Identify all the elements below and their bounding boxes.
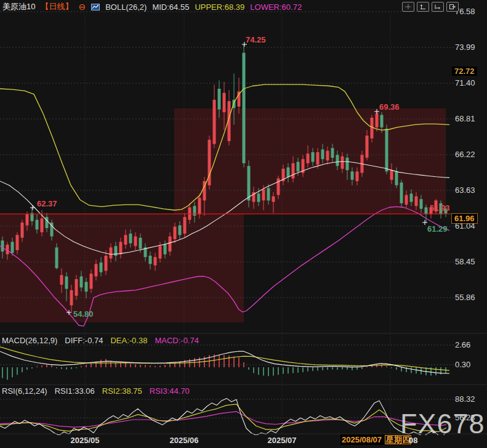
indicator-chart-icon[interactable] [91, 4, 100, 10]
price-axis-label: 55.86 [455, 293, 475, 302]
scale-up-icon[interactable] [417, 2, 429, 12]
marked-price-label: 72.72 [452, 67, 477, 76]
price-axis-label: 63.63 [455, 185, 475, 195]
period-tab[interactable]: 【日线】 [41, 1, 73, 12]
scale-right-icon[interactable] [432, 2, 444, 12]
rsi3-value: RSI3:44.70 [150, 386, 190, 396]
macd-name[interactable]: MACD(26,12,9) [2, 336, 57, 345]
boll-lower-value: LOWER:60.72 [250, 2, 302, 12]
price-axis-label: 73.99 [455, 43, 475, 52]
collapse-icon[interactable]: ⊖ [78, 3, 86, 10]
selected-weekday: 星期四 [385, 435, 411, 444]
rsi2-value: RSI2:38.75 [102, 386, 142, 396]
price-axis-label: 66.22 [455, 150, 475, 159]
boll-upper-value: UPPER:68.39 [195, 2, 244, 12]
selected-date-label: 2025/08/07 星期四 [340, 434, 413, 445]
chart-header-bar: 美原油10 【日线】 ⊖ BOLL(26,2) MID:64.55 UPPER:… [0, 0, 487, 13]
chart-toolbar [402, 2, 459, 12]
price-axis-label: 71.40 [455, 78, 475, 88]
macd-dea-value: DEA:-0.38 [110, 336, 147, 345]
macd-diff-value: DIFF:-0.74 [65, 336, 103, 345]
current-price-label: 61.96 [451, 213, 478, 224]
selected-date: 2025/08/07 [342, 435, 382, 444]
x-axis-label: 2025/07 [268, 436, 297, 445]
macd-header: MACD(26,12,9) DIFF:-0.74 DEA:-0.38 MACD:… [2, 336, 199, 345]
x-axis-label: 2025/05 [71, 436, 100, 445]
price-annotation: 74.25 [246, 35, 266, 44]
detach-panel-icon[interactable] [446, 2, 459, 12]
rsi1-value: RSI1:33.06 [55, 386, 95, 396]
boll-indicator-label[interactable]: BOLL(26,2) [105, 2, 147, 12]
price-annotation: 54.80 [73, 309, 94, 319]
macd-axis-label: 2.66 [455, 340, 470, 349]
boll-mid-value: MID:64.55 [152, 2, 189, 12]
price-annotation: 61.29 [427, 224, 448, 234]
rsi-axis-label: 88.32 [455, 394, 475, 404]
rsi-axis-label: 56.23 [455, 413, 475, 422]
macd-hist-value: MACD:-0.74 [155, 336, 199, 345]
rsi-header: RSI(6,12,24) RSI1:33.06 RSI2:38.75 RSI3:… [2, 386, 190, 396]
chart-overlays: FX678 MACD(26,12,9) DIFF:-0.74 DEA:-0.38… [0, 0, 487, 448]
price-annotation: 62.37 [37, 199, 57, 208]
macd-axis-label: 0.30 [455, 360, 470, 369]
price-axis-label: 58.45 [455, 257, 475, 266]
trading-chart-app: FX678 MACD(26,12,9) DIFF:-0.74 DEA:-0.38… [0, 0, 487, 448]
x-axis-label: 08 [409, 436, 417, 445]
price-annotation: 61.93 [430, 203, 450, 213]
pan-tool-icon[interactable] [402, 2, 414, 12]
rsi-name[interactable]: RSI(6,12,24) [2, 386, 47, 396]
price-axis-label: 68.81 [455, 114, 475, 123]
x-axis-label: 2025/06 [170, 436, 199, 445]
price-annotation: 69.36 [379, 102, 400, 112]
symbol-name[interactable]: 美原油10 [2, 1, 35, 12]
